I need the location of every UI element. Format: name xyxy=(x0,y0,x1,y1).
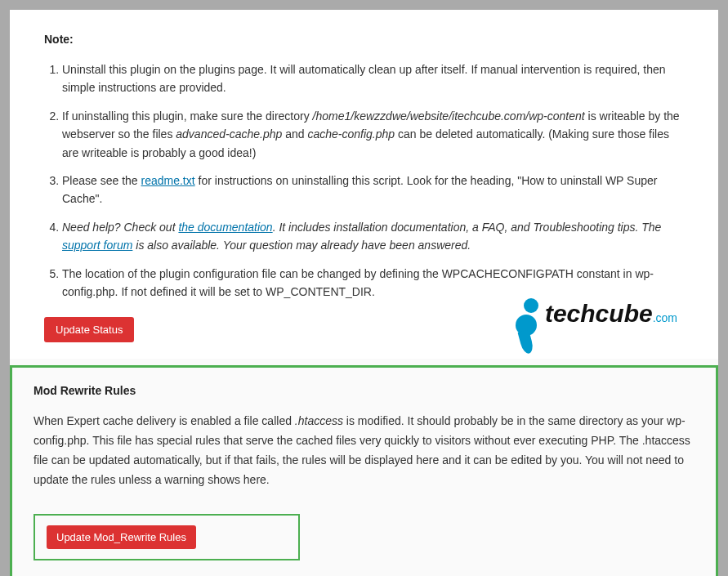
mod-rewrite-section: Mod Rewrite Rules When Expert cache deli… xyxy=(10,365,718,576)
note-item-4: Need help? Check out the documentation. … xyxy=(62,218,684,255)
readme-link[interactable]: readme.txt xyxy=(141,174,195,187)
update-rules-container: Update Mod_Rewrite Rules xyxy=(33,514,300,560)
documentation-link[interactable]: the documentation xyxy=(178,221,272,234)
note-item-2: If uninstalling this plugin, make sure t… xyxy=(62,107,684,162)
note-item-1: Uninstall this plugin on the plugins pag… xyxy=(62,60,684,97)
note-item-3: Please see the readme.txt for instructio… xyxy=(62,172,684,208)
mod-rewrite-heading: Mod Rewrite Rules xyxy=(33,384,695,397)
logo-dot-icon xyxy=(524,298,538,313)
mod-rewrite-description: When Expert cache delivery is enabled a … xyxy=(33,412,695,489)
note-item-5: The location of the plugin configuration… xyxy=(62,265,684,301)
itechcube-logo: techcube.com xyxy=(509,300,677,328)
update-status-button[interactable]: Update Status xyxy=(44,317,134,342)
note-list: Uninstall this plugin on the plugins pag… xyxy=(44,60,684,301)
update-mod-rewrite-button[interactable]: Update Mod_Rewrite Rules xyxy=(47,525,196,549)
logo-text: techcube.com xyxy=(545,300,677,328)
note-heading: Note: xyxy=(44,33,684,46)
support-forum-link[interactable]: support forum xyxy=(62,239,132,252)
